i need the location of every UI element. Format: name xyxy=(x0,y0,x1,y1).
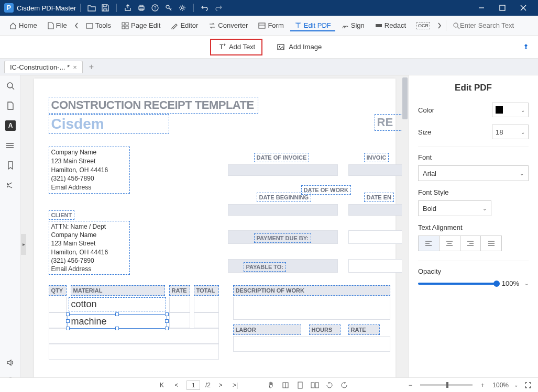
material-cell-1[interactable]: cotton xyxy=(69,297,166,311)
collapse-left-icon[interactable]: ▸ xyxy=(21,234,26,255)
bookmark-pane-icon[interactable] xyxy=(5,160,16,171)
chevron-right-icon[interactable] xyxy=(436,20,443,31)
page-edit-button[interactable]: Page Edit xyxy=(117,19,164,31)
ocr-button[interactable]: OCR xyxy=(412,20,434,31)
receipt-box[interactable]: RE xyxy=(375,114,402,131)
redact-button[interactable]: Redact xyxy=(371,19,410,31)
document-canvas[interactable]: ▸ ◂ CONSTRUCTION RECEIPT TEMPLATE Cisdem… xyxy=(21,75,408,392)
th-rate2[interactable]: RATE xyxy=(348,324,380,335)
add-text-button[interactable]: T+ Add Text xyxy=(210,39,262,55)
save-icon[interactable] xyxy=(101,3,110,13)
minimize-button[interactable] xyxy=(471,0,492,16)
svg-point-6 xyxy=(181,7,183,9)
client-box[interactable]: ATTN: Name / Dept Company Name 123 Main … xyxy=(49,221,130,275)
font-style-label: Font Style xyxy=(418,188,529,196)
page-input[interactable] xyxy=(186,380,200,390)
search-input[interactable] xyxy=(460,21,533,29)
add-image-button[interactable]: Add Image xyxy=(271,40,328,54)
align-right-button[interactable] xyxy=(460,236,481,251)
th-labor[interactable]: LABOR xyxy=(233,324,301,335)
th-rate[interactable]: RATE xyxy=(169,285,190,296)
search-pane-icon[interactable] xyxy=(5,81,16,91)
open-icon[interactable] xyxy=(87,3,96,13)
opacity-slider[interactable] xyxy=(418,283,497,285)
file-button[interactable]: File xyxy=(43,19,71,31)
client-label[interactable]: CLIENT xyxy=(49,210,75,220)
clip-pane-icon[interactable] xyxy=(5,180,16,191)
tab-close-icon[interactable]: × xyxy=(73,63,77,71)
color-picker[interactable]: ⌄ xyxy=(492,103,529,117)
help-icon[interactable]: ? xyxy=(150,3,160,13)
undo-icon[interactable] xyxy=(200,3,210,13)
th-material[interactable]: MATERIAL xyxy=(71,285,165,296)
sub-toolbar: T+ Add Text Add Image xyxy=(0,36,538,59)
print-icon[interactable] xyxy=(137,3,146,13)
zoom-slider[interactable] xyxy=(420,384,473,386)
prev-page-icon[interactable]: < xyxy=(172,380,181,390)
payment-due-label[interactable]: PAYMENT DUE BY: xyxy=(254,233,311,243)
pin-icon[interactable] xyxy=(522,43,530,51)
selected-text-box[interactable]: machine xyxy=(68,314,167,329)
svg-line-26 xyxy=(12,87,14,89)
app-logo: P xyxy=(4,3,14,13)
align-center-button[interactable] xyxy=(440,236,460,251)
document-tab[interactable]: IC-Construction-... * × xyxy=(4,61,83,73)
sound-icon[interactable] xyxy=(5,357,16,368)
maximize-button[interactable] xyxy=(492,0,513,16)
tools-button[interactable]: Tools xyxy=(82,19,115,31)
home-button[interactable]: Home xyxy=(5,19,41,31)
font-style-select[interactable]: Bold⌄ xyxy=(418,200,491,216)
key-icon[interactable] xyxy=(164,3,173,13)
share-icon[interactable] xyxy=(123,3,133,13)
heading-box[interactable]: CONSTRUCTION RECEIPT TEMPLATE xyxy=(49,97,258,114)
brand-box[interactable]: Cisdem xyxy=(49,114,169,134)
editor-button[interactable]: Editor xyxy=(167,19,202,31)
two-page-icon[interactable] xyxy=(310,380,320,390)
chevron-left-icon[interactable] xyxy=(73,20,80,31)
th-total[interactable]: TOTAL xyxy=(194,285,219,296)
first-page-icon[interactable]: K xyxy=(157,380,167,390)
converter-button[interactable]: Converter xyxy=(204,19,252,31)
edit-pdf-button[interactable]: TEdit PDF xyxy=(290,19,335,31)
sign-button[interactable]: Sign xyxy=(337,19,369,31)
page-pane-icon[interactable] xyxy=(5,100,16,111)
th-qty[interactable]: QTY xyxy=(49,285,67,296)
text-pane-icon[interactable]: A xyxy=(5,120,16,131)
svg-rect-53 xyxy=(315,383,319,388)
fullscreen-icon[interactable] xyxy=(523,380,533,390)
date-end-label[interactable]: DATE EN xyxy=(364,193,394,202)
search-box[interactable] xyxy=(453,21,534,29)
align-left-button[interactable] xyxy=(419,236,440,251)
close-button[interactable] xyxy=(513,0,534,16)
payable-to-label[interactable]: PAYABLE TO: xyxy=(244,262,287,272)
vertical-scrollbar[interactable] xyxy=(402,75,408,383)
svg-text:A: A xyxy=(8,122,13,129)
date-invoice-label[interactable]: DATE OF INVOICE xyxy=(254,153,310,162)
rotate-left-icon[interactable] xyxy=(325,380,334,390)
th-desc[interactable]: DESCRIPTION OF WORK xyxy=(233,285,390,296)
add-text-icon: T+ xyxy=(217,43,226,51)
svg-text:T: T xyxy=(296,23,300,29)
next-page-icon[interactable]: > xyxy=(216,380,225,390)
single-page-icon[interactable] xyxy=(295,380,305,390)
zoom-out-icon[interactable]: − xyxy=(405,380,415,390)
zoom-in-icon[interactable]: + xyxy=(478,380,487,390)
last-page-icon[interactable]: >| xyxy=(230,380,240,390)
settings-icon[interactable] xyxy=(178,3,187,13)
company-box[interactable]: Company Name 123 Main Street Hamilton, O… xyxy=(49,147,130,194)
rotate-right-icon[interactable] xyxy=(339,380,349,390)
pdf-page[interactable]: CONSTRUCTION RECEIPT TEMPLATE Cisdem RE … xyxy=(34,79,396,383)
outline-pane-icon[interactable] xyxy=(5,140,16,151)
invoice-label[interactable]: INVOIC xyxy=(364,153,389,162)
new-tab-button[interactable]: + xyxy=(89,62,94,72)
th-hours[interactable]: HOURS xyxy=(309,324,341,335)
size-select[interactable]: 18⌄ xyxy=(492,125,529,139)
date-begin-label[interactable]: DATE BEGINNING xyxy=(257,193,312,202)
svg-point-31 xyxy=(6,143,7,144)
font-select[interactable]: Arial⌄ xyxy=(418,165,529,181)
align-justify-button[interactable] xyxy=(481,236,501,251)
redo-icon[interactable] xyxy=(214,3,223,13)
form-button[interactable]: Form xyxy=(254,19,288,31)
hand-tool-icon[interactable] xyxy=(266,380,276,390)
fit-width-icon[interactable] xyxy=(281,380,290,390)
